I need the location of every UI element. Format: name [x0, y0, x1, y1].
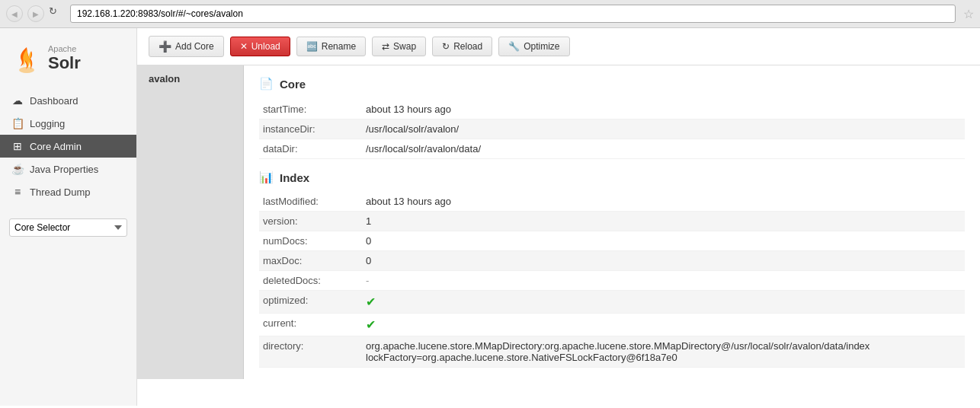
core-section-header: 📄 Core	[259, 77, 965, 91]
sidebar-item-label: Core Admin	[30, 141, 82, 152]
apache-label: Apache	[48, 44, 81, 53]
app-container: Apache Solr ☁ Dashboard 📋 Logging ⊞ Core…	[0, 28, 980, 406]
optimize-icon: 🔧	[508, 41, 520, 52]
core-selector[interactable]: Core Selector	[9, 218, 127, 237]
field-value: org.apache.lucene.store.MMapDirectory:or…	[366, 340, 965, 363]
index-section-header: 📊 Index	[259, 171, 965, 184]
core-admin-icon: ⊞	[11, 140, 24, 152]
sidebar: Apache Solr ☁ Dashboard 📋 Logging ⊞ Core…	[0, 28, 137, 406]
field-label: deletedDocs:	[259, 275, 366, 286]
browser-chrome: ◀ ▶ ↻ ☆	[0, 0, 980, 28]
add-core-button[interactable]: ➕ Add Core	[149, 36, 224, 57]
field-label: maxDoc:	[259, 255, 366, 266]
unload-icon: ✕	[240, 41, 248, 52]
sidebar-item-logging[interactable]: 📋 Logging	[0, 112, 136, 135]
logging-icon: 📋	[11, 117, 24, 129]
solr-label: Solr	[48, 53, 81, 73]
field-label: directory:	[259, 340, 366, 352]
field-value: 0	[366, 255, 965, 266]
field-value: /usr/local/solr/avalon/data/	[366, 143, 965, 155]
reload-icon: ↻	[442, 41, 450, 52]
bookmark-star[interactable]: ☆	[963, 7, 974, 21]
sidebar-item-core-admin[interactable]: ⊞ Core Admin	[0, 135, 136, 158]
core-selector-wrap: Core Selector	[0, 211, 136, 244]
index-section-icon: 📊	[259, 171, 274, 184]
table-row: deletedDocs: -	[259, 271, 965, 291]
core-section-icon: 📄	[259, 77, 274, 91]
main-content: ➕ Add Core ✕ Unload 🔤 Rename ⇄ Swap ↻ Re…	[137, 28, 980, 406]
table-row: instanceDir: /usr/local/solr/avalon/	[259, 120, 965, 139]
table-row: optimized: ✔	[259, 291, 965, 314]
field-value: ✔	[366, 295, 965, 309]
thread-dump-icon: ≡	[11, 186, 24, 198]
refresh-button[interactable]: ↻	[49, 5, 66, 22]
field-value: about 13 hours ago	[366, 196, 965, 207]
address-bar[interactable]	[70, 5, 956, 23]
rename-button[interactable]: 🔤 Rename	[296, 37, 366, 56]
field-value: ✔	[366, 317, 965, 332]
back-button[interactable]: ◀	[6, 5, 23, 22]
core-name-panel: avalon	[137, 65, 244, 379]
field-value: 1	[366, 215, 965, 227]
field-label: lastModified:	[259, 196, 366, 207]
sidebar-item-label: Thread Dump	[30, 186, 90, 198]
sidebar-item-thread-dump[interactable]: ≡ Thread Dump	[0, 180, 136, 203]
field-label: current:	[259, 317, 366, 329]
logo-text: Apache Solr	[48, 44, 81, 73]
field-label: instanceDir:	[259, 123, 366, 135]
swap-button[interactable]: ⇄ Swap	[372, 37, 426, 56]
sidebar-item-label: Logging	[30, 118, 65, 129]
table-row: numDocs: 0	[259, 231, 965, 251]
forward-button[interactable]: ▶	[27, 5, 44, 22]
optimize-button[interactable]: 🔧 Optimize	[498, 37, 569, 56]
field-label: startTime:	[259, 104, 366, 115]
field-label: optimized:	[259, 295, 366, 306]
table-row: version: 1	[259, 212, 965, 231]
table-row: startTime: about 13 hours ago	[259, 100, 965, 120]
field-value: about 13 hours ago	[366, 104, 965, 115]
index-fields: lastModified: about 13 hours ago version…	[259, 192, 965, 368]
table-row: current: ✔	[259, 314, 965, 336]
content-area: avalon 📄 Core startTime: about 13 hours …	[137, 65, 980, 379]
content-panel: 📄 Core startTime: about 13 hours ago ins…	[244, 65, 980, 379]
logo-area: Apache Solr	[0, 36, 136, 89]
core-name: avalon	[149, 73, 180, 84]
table-row: dataDir: /usr/local/solr/avalon/data/	[259, 139, 965, 159]
sidebar-item-dashboard[interactable]: ☁ Dashboard	[0, 89, 136, 112]
java-properties-icon: ☕	[11, 163, 24, 175]
unload-button[interactable]: ✕ Unload	[230, 37, 290, 56]
core-fields: startTime: about 13 hours ago instanceDi…	[259, 100, 965, 159]
sidebar-item-label: Dashboard	[30, 95, 78, 107]
field-value: /usr/local/solr/avalon/	[366, 123, 965, 135]
solr-logo-icon	[11, 43, 42, 74]
field-label: version:	[259, 215, 366, 227]
rename-icon: 🔤	[306, 41, 318, 52]
table-row: maxDoc: 0	[259, 251, 965, 271]
table-row: lastModified: about 13 hours ago	[259, 192, 965, 212]
field-value: 0	[366, 235, 965, 247]
field-label: dataDir:	[259, 143, 366, 155]
dashboard-icon: ☁	[11, 94, 24, 107]
field-label: numDocs:	[259, 235, 366, 247]
field-value: -	[366, 275, 965, 286]
sidebar-item-label: Java Properties	[30, 164, 98, 175]
swap-icon: ⇄	[382, 41, 389, 52]
reload-button[interactable]: ↻ Reload	[432, 37, 492, 56]
nav-menu: ☁ Dashboard 📋 Logging ⊞ Core Admin ☕ Jav…	[0, 89, 136, 203]
toolbar: ➕ Add Core ✕ Unload 🔤 Rename ⇄ Swap ↻ Re…	[137, 28, 980, 65]
sidebar-item-java-properties[interactable]: ☕ Java Properties	[0, 158, 136, 180]
table-row: directory: org.apache.lucene.store.MMapD…	[259, 336, 965, 368]
add-icon: ➕	[159, 40, 171, 53]
